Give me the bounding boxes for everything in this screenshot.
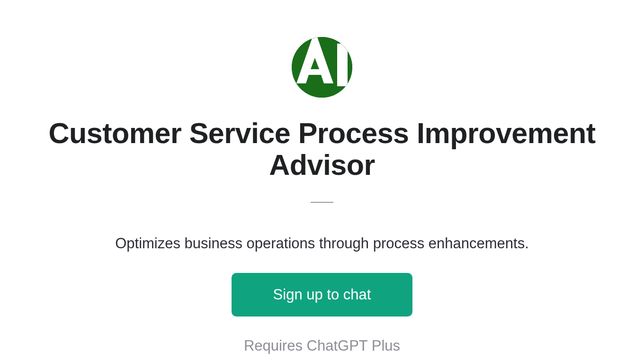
landing-container: Customer Service Process Improvement Adv… bbox=[0, 0, 644, 354]
page-title: Customer Service Process Improvement Adv… bbox=[0, 118, 644, 181]
signup-button[interactable]: Sign up to chat bbox=[232, 273, 413, 317]
footnote: Requires ChatGPT Plus bbox=[244, 337, 400, 354]
svg-rect-2 bbox=[337, 44, 348, 86]
divider bbox=[311, 202, 333, 203]
page-subtitle: Optimizes business operations through pr… bbox=[115, 234, 529, 253]
ai-logo-icon bbox=[292, 37, 352, 98]
